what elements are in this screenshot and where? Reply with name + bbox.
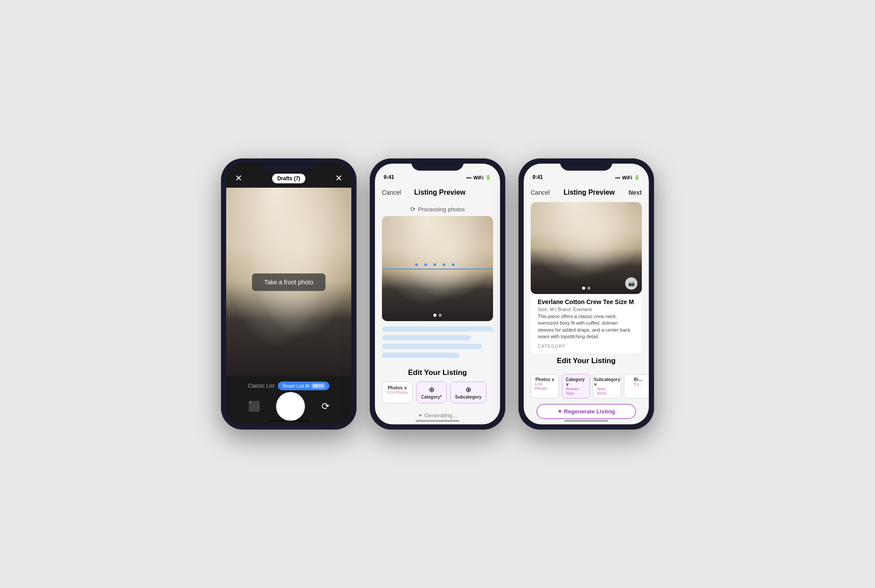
camera-bottom-bar: Classic List Smart List AI BETA ⬛ ⟳ xyxy=(226,376,351,424)
phone-listing: 9:41 ▪▪▪ WiFi 🔋 Cancel Listing Preview N… xyxy=(518,158,654,430)
home-indicator-3 xyxy=(564,420,608,422)
preview-image xyxy=(382,216,493,321)
nav-title-2: Listing Preview xyxy=(414,189,466,196)
listing-photo-bg xyxy=(531,202,642,294)
tab-photos-sub-3: 1/16 Photos xyxy=(535,382,555,391)
status-icons-3: ▪▪▪ WiFi 🔋 xyxy=(615,175,640,180)
camera-overlay-icon[interactable]: 📷 xyxy=(625,277,637,290)
image-dot-1 xyxy=(434,314,437,317)
scan-dot-1 xyxy=(415,263,418,266)
listing-image-dots xyxy=(582,287,591,290)
phones-container: ✕ Drafts (7) ✕ Take a front photo Classi… xyxy=(221,158,654,430)
spinner-icon: ⟳ xyxy=(410,206,416,213)
nav-title-3: Listing Preview xyxy=(564,189,615,196)
phone-camera: ✕ Drafts (7) ✕ Take a front photo Classi… xyxy=(221,158,357,430)
scan-dots xyxy=(415,263,455,266)
classic-list-label[interactable]: Classic List xyxy=(248,383,275,389)
edit-tabs-2: Photos ∨ 1/16 Photos ⊕ Category* ⊕ Subca… xyxy=(382,382,493,405)
status-time-3: 9:41 xyxy=(532,174,543,180)
tab-subcategory-3[interactable]: Subcategory ∨ Tees- Short... xyxy=(593,374,621,399)
processing-text: Processing photos xyxy=(418,206,465,213)
tab-subcategory-label-3: Subcategory ∨ xyxy=(594,377,620,387)
listing-image: 📷 xyxy=(531,202,642,294)
phone-notch-3 xyxy=(560,158,612,171)
smart-list-label: Smart List AI xyxy=(282,383,309,388)
home-indicator-1 xyxy=(267,420,311,422)
home-indicator-2 xyxy=(416,420,459,422)
listing-description: This piece offers a classic crew neck, o… xyxy=(538,313,635,340)
smart-list-button[interactable]: Smart List AI BETA xyxy=(278,382,329,390)
tab-photos-label-3: Photos ∨ xyxy=(536,377,555,382)
listing-dot-1 xyxy=(582,287,585,290)
edit-section-2: Edit Your Listing Photos ∨ 1/16 Photos ⊕… xyxy=(375,363,500,408)
flash-button[interactable]: ✕ xyxy=(335,173,343,183)
tab-brand-3[interactable]: Br... Ev... xyxy=(624,374,649,399)
subcategory-icon: ⊕ xyxy=(466,385,471,394)
loading-bar-4 xyxy=(382,353,460,358)
loading-fields xyxy=(375,321,500,363)
beta-badge: BETA xyxy=(312,383,326,388)
tab-category-sub-3: Women Tops xyxy=(566,387,586,396)
edit-section-3: Edit Your Listing xyxy=(524,353,649,371)
phone-notch-2 xyxy=(411,158,464,171)
wifi-icon: WiFi xyxy=(473,175,483,180)
tab-photos-2[interactable]: Photos ∨ 1/16 Photos xyxy=(382,382,413,403)
edit-title-2: Edit Your Listing xyxy=(382,368,493,377)
category-section-label: CATEGORY xyxy=(538,344,635,349)
cancel-button-3[interactable]: Cancel xyxy=(531,189,550,196)
regenerate-button[interactable]: ✦ Regenerate Listing xyxy=(536,404,637,419)
gallery-icon[interactable]: ⬛ xyxy=(248,401,260,412)
tab-photos-sub-2: 1/16 Photos xyxy=(387,390,408,395)
scan-dot-4 xyxy=(443,263,445,266)
battery-icon-3: 🔋 xyxy=(634,175,640,180)
tab-subcategory-label-2: Subcategory xyxy=(455,395,482,399)
listing-content: Everlane Cotton Crew Tee Size M Size: M … xyxy=(531,294,642,353)
image-dots xyxy=(434,314,442,317)
tab-category-2[interactable]: ⊕ Category* xyxy=(416,382,447,403)
battery-icon: 🔋 xyxy=(485,175,491,180)
wifi-icon-3: WiFi xyxy=(622,175,632,180)
nav-bar-3: Cancel Listing Preview Next xyxy=(524,183,649,202)
listing-meta: Size: M | Brand: Everlane xyxy=(538,307,635,312)
phone-processing: 9:41 ▪▪▪ WiFi 🔋 Cancel Listing Preview N… xyxy=(370,158,505,430)
processing-header: ⟳ Processing photos xyxy=(375,202,500,216)
scan-line xyxy=(382,269,493,270)
tab-photos-label-2: Photos ∨ xyxy=(388,385,407,390)
listing-dot-2 xyxy=(588,287,591,290)
status-icons-2: ▪▪▪ WiFi 🔋 xyxy=(466,175,491,180)
camera-overlay-text: Take a front photo xyxy=(252,273,326,291)
tab-category-label-3: Category ∨ xyxy=(566,377,586,387)
camera-preview: Take a front photo xyxy=(226,188,351,376)
scan-dot-5 xyxy=(452,263,455,266)
tab-category-3[interactable]: Category ∨ Women Tops xyxy=(562,374,590,399)
loading-bar-3 xyxy=(382,344,482,349)
status-time-2: 9:41 xyxy=(384,174,394,180)
flip-camera-icon[interactable]: ⟳ xyxy=(322,401,329,412)
scan-dot-2 xyxy=(424,263,427,266)
image-dot-2 xyxy=(439,314,442,317)
listing-title: Everlane Cotton Crew Tee Size M xyxy=(538,298,635,305)
shutter-button[interactable] xyxy=(277,393,304,420)
next-button[interactable]: Next xyxy=(629,189,642,196)
loading-bar-1 xyxy=(382,326,493,332)
nav-bar-2: Cancel Listing Preview Next xyxy=(375,183,500,202)
camera-controls: ⬛ ⟳ xyxy=(226,393,351,420)
tab-subcategory-sub-3: Tees- Short... xyxy=(597,387,617,396)
signal-icon: ▪▪▪ xyxy=(466,175,472,180)
loading-bar-2 xyxy=(382,335,471,340)
close-button[interactable]: ✕ xyxy=(235,173,242,183)
mode-selector: Classic List Smart List AI BETA xyxy=(248,382,330,390)
drafts-button[interactable]: Drafts (7) xyxy=(272,174,306,183)
edit-tabs-3: Photos ∨ 1/16 Photos Category ∨ Women To… xyxy=(524,371,649,400)
phone-notch-1 xyxy=(262,158,315,171)
category-icon: ⊕ xyxy=(429,385,434,394)
edit-title-3: Edit Your Listing xyxy=(531,357,642,365)
signal-icon-3: ▪▪▪ xyxy=(615,175,620,180)
tab-brand-label-3: Br... xyxy=(634,377,642,382)
cancel-button-2[interactable]: Cancel xyxy=(382,189,401,196)
scan-dot-3 xyxy=(434,263,436,266)
tab-photos-3[interactable]: Photos ∨ 1/16 Photos xyxy=(531,374,559,399)
tab-subcategory-2[interactable]: ⊕ Subcategory xyxy=(450,382,486,403)
generating-text: ✦ Generating... xyxy=(418,412,457,419)
tab-category-label-2: Category* xyxy=(421,395,441,399)
